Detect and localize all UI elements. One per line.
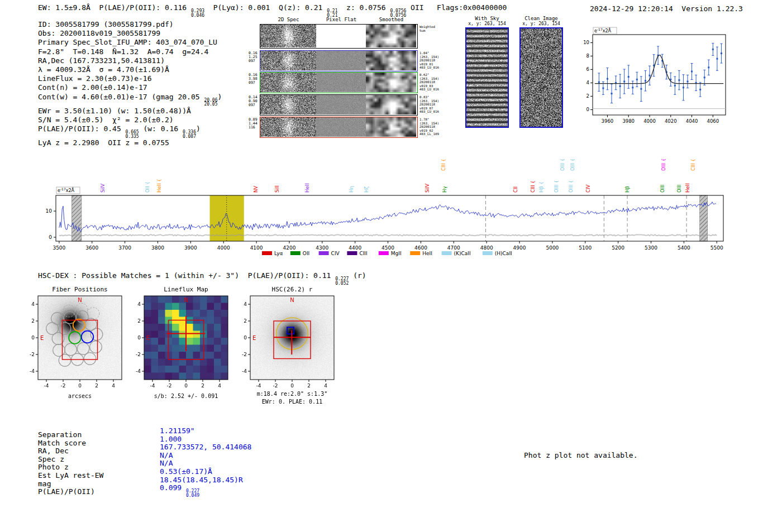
svg-text:-2: -2 <box>30 352 35 357</box>
spec2d-row-annotation: 1.78"(263, 154)20200118v019_02403_LL_109 <box>419 118 449 136</box>
elixer-detection-report: EW: 1.5±9.8Å P(LAE)/P(OII): 0.116 0.2930… <box>0 0 782 532</box>
svg-text:2: 2 <box>31 318 35 324</box>
match-table-row: RA, Dec167.733572, 50.414068 <box>38 447 251 456</box>
emission-line-label: CII <box>513 186 518 193</box>
spec2d-row-scale-labels: 0.140.90097 <box>249 95 259 107</box>
info-line: λ = 4009.32Å σ = 4.70(±1.69)Å <box>38 65 222 74</box>
spec2d-row-scale-labels: 0.091.44116 <box>249 118 259 130</box>
match-field-value: 18.45(18.45,18.45)R <box>160 476 243 484</box>
svg-text:N: N <box>290 297 294 303</box>
svg-text:4020: 4020 <box>665 118 677 124</box>
clean-image-panel: Clean Image x, y: 263, 154 <box>518 16 565 130</box>
photz-unavailable-note: Phot z plot not available. <box>524 451 638 459</box>
emission-line-label: OIII { <box>560 159 565 171</box>
svg-text:4: 4 <box>31 301 35 307</box>
stacked-fraction: 20.0620.05 <box>204 98 217 107</box>
spec2d-montage: 2D SpecPixel FlatSmoothedWeightedSum0.16… <box>249 16 450 144</box>
svg-text:4700: 4700 <box>447 245 460 251</box>
svg-text:2: 2 <box>137 318 141 324</box>
info-line: RA,Dec (167.733231,50.413811) <box>38 56 222 65</box>
svg-text:0: 0 <box>49 234 52 240</box>
svg-text:5400: 5400 <box>678 245 690 251</box>
emission-line-label: CIII { <box>441 159 446 171</box>
svg-text:6: 6 <box>586 66 589 72</box>
svg-text:-2: -2 <box>136 352 141 357</box>
match-field-value: 0.53(±0.17)Å <box>160 467 212 476</box>
spec2d-row-annotation: 0.62"(263, 154)20200118v019_03403_LU_016 <box>419 73 449 92</box>
svg-text:N: N <box>78 297 82 303</box>
svg-text:N: N <box>184 297 188 303</box>
match-table-row: Separation1.21159" <box>38 431 251 439</box>
stacked-fraction: 0.6650.335 <box>126 130 139 138</box>
svg-text:0: 0 <box>290 383 294 389</box>
timestamp-version: 2024-12-29 12:20:14 Version 1.22.3 <box>590 4 743 13</box>
spec2d-row <box>260 50 418 71</box>
svg-text:4: 4 <box>112 383 115 389</box>
svg-text:-4: -4 <box>30 368 35 374</box>
svg-text:E: E <box>252 335 256 341</box>
svg-text:10: 10 <box>583 40 589 45</box>
svg-text:5200: 5200 <box>612 245 624 251</box>
svg-text:0: 0 <box>137 335 141 341</box>
fiber-positions-xlabel: arcsecs <box>27 393 133 399</box>
svg-text:4: 4 <box>586 80 589 85</box>
emission-line-label: CIII { <box>530 180 536 193</box>
info-line: Cont(w) = 4.60(±0.01)e-17 (gmag 20.05 20… <box>38 93 222 107</box>
match-field-value: 1.000 <box>160 435 182 443</box>
match-field-value: 167.733572, 50.414068 <box>160 443 251 451</box>
spec2d-column-header: Smoothed <box>379 17 403 22</box>
legend-item-label: (H)CaII <box>495 251 512 256</box>
emission-line-label: SiIV <box>425 184 430 193</box>
lineflux-sb-caption: s/b: 2.52 +/- 0.091 <box>133 393 239 399</box>
legend-item-label: CIII <box>359 251 367 256</box>
with-sky-title: With Sky <box>464 16 511 21</box>
full-spectrum-chart: 3500360037003800390040004100420043004400… <box>34 156 751 268</box>
svg-text:e-17x2Å: e-17x2Å <box>594 27 612 33</box>
svg-text:4200: 4200 <box>283 245 296 251</box>
emission-line-label: Hβ { <box>538 181 544 193</box>
info-line: P(LAE)/P(OII): 0.45 0.6650.335 (w: 0.16 … <box>38 124 222 138</box>
svg-text:-2: -2 <box>61 383 66 389</box>
svg-text:4100: 4100 <box>250 245 263 251</box>
spec2d-row <box>260 117 418 138</box>
info-line: S/N = 5.4(±0.5) χ² = 2.0(±0.2) <box>38 116 222 124</box>
svg-text:-4: -4 <box>150 383 155 389</box>
svg-text:8: 8 <box>586 53 589 59</box>
spec2d-row <box>260 72 418 93</box>
emission-line-fit-chart: 3960398040004020404040600246810e-17x2Å <box>577 26 731 137</box>
emission-line-label: Hζ <box>364 186 369 193</box>
info-line: EWr = 3.50(±1.10) (w: 1.50(±0.48))Å <box>38 107 222 116</box>
svg-text:-4: -4 <box>242 368 247 374</box>
hsc-cutout-panel: HSC(26.2) r -4-4-2-2002244NE m:18.4 re:2… <box>229 284 346 413</box>
svg-text:4000: 4000 <box>643 118 656 124</box>
svg-text:4: 4 <box>218 383 221 389</box>
svg-text:4: 4 <box>137 301 141 307</box>
emission-line-label: OIII <box>660 185 665 193</box>
spec2d-row-annotation: 0.83"(263, 154)20200118v019_07403_LU_016 <box>419 95 449 114</box>
svg-text:-4: -4 <box>256 383 261 389</box>
detection-info-block: ID: 3005581799 (3005581799.pdf)Obs: 2020… <box>38 20 222 147</box>
svg-text:-2: -2 <box>273 383 278 389</box>
match-field-value: 0.099 0.2270.049 <box>160 483 199 492</box>
with-sky-image <box>465 27 509 128</box>
clean-image-title: Clean Image <box>518 16 565 21</box>
svg-text:2: 2 <box>95 383 98 389</box>
match-field-label: Separation <box>38 431 160 439</box>
svg-text:-4: -4 <box>44 383 49 389</box>
legend-item-label: HeII <box>422 251 432 256</box>
emission-line-label: CIII { <box>690 159 696 171</box>
svg-text:0: 0 <box>244 335 247 341</box>
hsc-ewr-plae-caption: EWr: 0. PLAE: 0.11 <box>239 399 345 405</box>
svg-text:E: E <box>40 335 44 341</box>
clean-image-coords: x, y: 263, 154 <box>518 21 565 26</box>
svg-text:-2: -2 <box>242 352 247 357</box>
svg-text:4040: 4040 <box>686 118 698 124</box>
emission-line-label: HeII { <box>156 179 162 193</box>
match-table-row: Photo zN/A <box>38 463 251 472</box>
info-line: LyA z = 2.2980 OII z = 0.0755 <box>38 138 222 147</box>
emission-line-label: OIII { <box>554 180 559 193</box>
svg-text:-2: -2 <box>167 383 172 389</box>
spec2d-row-annotation: 1.04"(263, 154)20200118v019_01403_LU_016 <box>419 51 449 70</box>
svg-text:2: 2 <box>586 93 589 99</box>
svg-text:3600: 3600 <box>85 245 98 251</box>
